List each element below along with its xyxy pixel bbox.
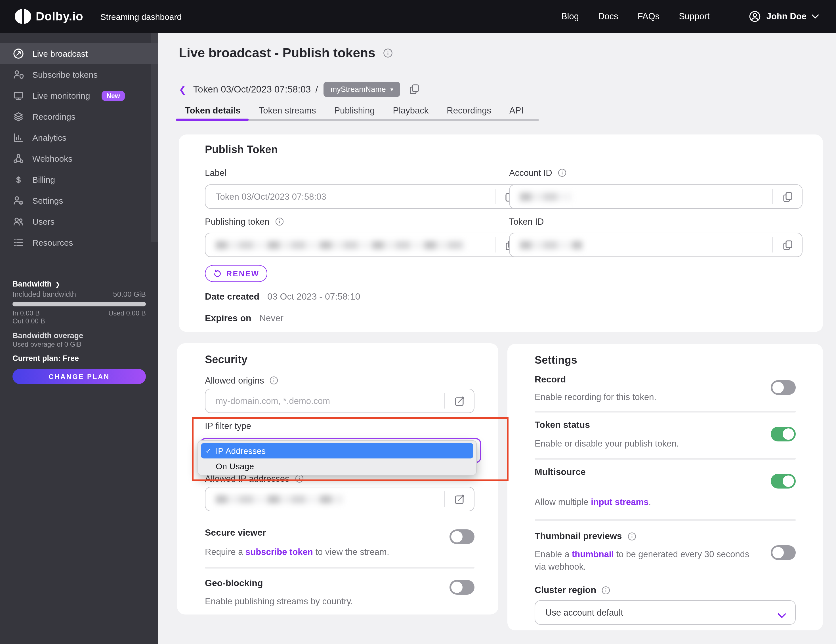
stream-name-label: myStreamName [331, 85, 386, 93]
copy-icon[interactable] [782, 239, 794, 251]
dolby-logo-icon [24, 9, 31, 24]
tab-playback[interactable]: Playback [384, 106, 438, 119]
geo-blocking-description: Enable publishing streams by country. [205, 595, 353, 608]
record-description: Enable recording for this token. [535, 391, 656, 403]
allowed-ip-addresses-input[interactable] [205, 487, 475, 511]
info-icon[interactable] [269, 376, 279, 385]
settings-card: Settings Record Enable recording for thi… [508, 344, 823, 630]
thumbnail-link[interactable]: thumbnail [572, 549, 614, 559]
bandwidth-progress-bar [13, 302, 146, 307]
page-title: Live broadcast - Publish tokens [179, 46, 376, 61]
bandwidth-in-value: In 0.00 B [13, 309, 40, 317]
expires-value: Never [260, 313, 284, 323]
nav-link-faqs[interactable]: FAQs [638, 11, 660, 21]
sidebar-item-live-broadcast[interactable]: Live broadcast [0, 43, 158, 64]
sidebar-item-subscribe-tokens[interactable]: Subscribe tokens [0, 64, 158, 85]
sidebar-item-label: Settings [33, 196, 63, 205]
dropdown-option-ip-addresses[interactable]: ✓ IP Addresses [201, 443, 474, 458]
section-divider [535, 458, 796, 460]
sidebar-item-settings[interactable]: Settings [0, 190, 158, 211]
bandwidth-link[interactable]: Bandwidth❯ [13, 279, 60, 289]
bandwidth-out-value: Out 0.00 B [13, 317, 45, 325]
account-id-input[interactable] [509, 184, 803, 209]
token-status-toggle[interactable] [771, 427, 796, 442]
sidebar-item-users[interactable]: Users [0, 211, 158, 232]
back-chevron-icon[interactable]: ❮ [179, 84, 186, 95]
publishing-token-label: Publishing token [205, 216, 284, 227]
tab-publishing[interactable]: Publishing [325, 106, 384, 119]
sidebar-item-webhooks[interactable]: Webhooks [0, 148, 158, 169]
input-divider [772, 237, 773, 253]
brand-name: Dolby.io [36, 10, 83, 23]
current-plan-label: Current plan: Free [13, 354, 79, 363]
allowed-origins-input[interactable]: my-domain.com, *.demo.com [205, 389, 475, 413]
publishing-token-input[interactable] [205, 233, 525, 257]
sidebar-item-label: Live broadcast [33, 49, 88, 59]
sidebar-item-label: Webhooks [33, 154, 72, 163]
copy-icon[interactable] [408, 83, 421, 95]
nav-link-blog[interactable]: Blog [561, 11, 579, 21]
multisource-description: Allow multiple input streams. [535, 496, 651, 509]
date-created-row: Date created 03 Oct 2023 - 07:58:10 [205, 292, 360, 302]
main-content: Live broadcast - Publish tokens ❮ Token … [158, 33, 836, 644]
token-id-input[interactable] [509, 233, 803, 257]
stream-name-dropdown[interactable]: myStreamName ▾ [324, 82, 400, 97]
sidebar-nav: Live broadcast Subscribe tokens Live mon… [0, 43, 158, 253]
tab-bar: Token details Token streams Publishing P… [176, 106, 533, 119]
label-input[interactable]: Token 03/Oct/2023 07:58:03 [205, 184, 525, 209]
input-divider [444, 393, 445, 409]
chevron-down-icon [812, 14, 819, 19]
sidebar-item-recordings[interactable]: Recordings [0, 106, 158, 127]
token-status-description: Enable or disable your publish token. [535, 437, 679, 450]
info-icon[interactable] [275, 217, 284, 227]
redacted-token-id [520, 241, 582, 249]
webhook-icon [13, 153, 24, 165]
input-streams-link[interactable]: input streams [591, 497, 648, 507]
dropdown-option-label: On Usage [216, 461, 254, 471]
tab-token-details[interactable]: Token details [176, 106, 250, 119]
sidebar-item-resources[interactable]: Resources [0, 232, 158, 253]
nav-link-support[interactable]: Support [679, 11, 710, 21]
geo-blocking-toggle[interactable] [449, 580, 475, 595]
edit-icon[interactable] [454, 493, 466, 505]
token-status-label: Token status [535, 420, 590, 430]
secure-viewer-toggle[interactable] [449, 529, 475, 544]
dolby-logo[interactable]: Dolby.io [15, 9, 83, 24]
user-menu[interactable]: John Doe [749, 10, 819, 23]
cluster-region-select[interactable]: Use account default [535, 600, 796, 625]
chevron-down-icon [777, 610, 786, 615]
secure-viewer-label: Secure viewer [205, 528, 266, 538]
chevron-right-icon: ❯ [55, 281, 60, 288]
record-toggle[interactable] [771, 380, 796, 395]
redacted-account-id [520, 192, 572, 201]
breadcrumb-separator: / [315, 84, 318, 95]
sidebar-item-label: Resources [33, 238, 73, 248]
person-gear-icon [13, 195, 24, 207]
info-icon[interactable] [627, 532, 637, 541]
tab-recordings[interactable]: Recordings [438, 106, 500, 119]
thumbnail-previews-toggle[interactable] [771, 545, 796, 560]
nav-link-docs[interactable]: Docs [598, 11, 618, 21]
info-icon[interactable] [601, 585, 611, 595]
input-divider [495, 237, 495, 253]
info-icon[interactable] [557, 168, 567, 178]
info-icon[interactable] [383, 48, 394, 59]
top-navbar: Dolby.io Streaming dashboard Blog Docs F… [0, 0, 836, 33]
change-plan-button[interactable]: CHANGE PLAN [13, 369, 146, 384]
sidebar: Live broadcast Subscribe tokens Live mon… [0, 33, 158, 644]
section-divider [535, 411, 796, 412]
tab-token-streams[interactable]: Token streams [250, 106, 325, 119]
subscribe-token-link[interactable]: subscribe token [245, 547, 313, 557]
avatar-icon [749, 10, 761, 23]
token-id-label: Token ID [509, 216, 544, 227]
sidebar-item-analytics[interactable]: Analytics [0, 127, 158, 148]
dropdown-option-on-usage[interactable]: On Usage [201, 458, 474, 474]
sidebar-item-live-monitoring[interactable]: Live monitoring New [0, 85, 158, 106]
sidebar-item-label: Recordings [33, 112, 75, 121]
copy-icon[interactable] [782, 190, 794, 203]
tab-api[interactable]: API [500, 106, 533, 119]
renew-button[interactable]: RENEW [205, 265, 267, 282]
multisource-toggle[interactable] [771, 474, 796, 489]
sidebar-item-billing[interactable]: $ Billing [0, 169, 158, 190]
edit-icon[interactable] [454, 395, 466, 407]
